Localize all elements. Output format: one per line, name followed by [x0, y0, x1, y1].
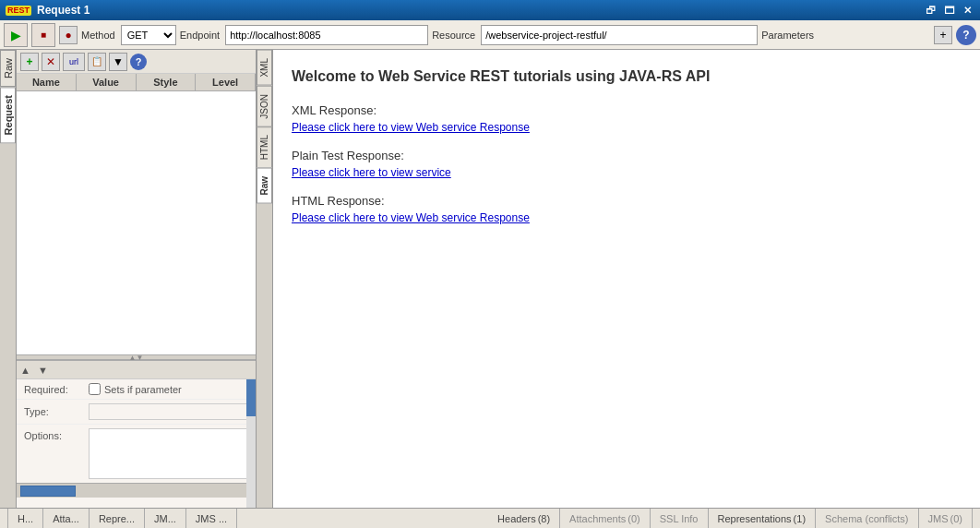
schema-tab[interactable]: Schema (conflicts) — [816, 509, 918, 529]
status-tab-atta-label: Atta... — [53, 513, 79, 524]
method-select[interactable]: GET POST PUT DELETE — [121, 25, 176, 45]
status-tab-repre-label: Repre... — [99, 513, 135, 524]
left-panel-help-button[interactable]: ? — [130, 54, 147, 70]
raw-response-tab[interactable]: Raw — [257, 168, 272, 204]
parameters-label: Parameters — [761, 30, 814, 41]
resource-label: Resource — [432, 30, 475, 41]
status-tab-h-label: H... — [18, 513, 33, 524]
right-tabs: XML JSON HTML Raw — [257, 50, 273, 508]
horizontal-scrollbar-thumb[interactable] — [20, 486, 76, 497]
response-title: Welcome to Web Service REST tutorials us… — [292, 68, 962, 85]
left-panel: + ✕ url 📋 ▼ ? Name Value Style Level — [17, 50, 257, 508]
title-bar-controls: 🗗 🗖 ✕ — [923, 5, 974, 17]
close-button[interactable]: ✕ — [960, 5, 974, 17]
left-panel-header: Name Value Style Level — [17, 74, 256, 91]
required-label: Required: — [24, 384, 89, 395]
ssl-tab-label: SSL Info — [660, 513, 699, 524]
window-title: Request 1 — [37, 4, 90, 17]
add-row-button[interactable]: + — [20, 53, 39, 71]
type-row: Type: — [17, 400, 256, 425]
html-tab[interactable]: HTML — [257, 126, 272, 168]
plain-response-section: Plain Test Response: Please click here t… — [292, 149, 962, 179]
type-label: Type: — [24, 406, 89, 417]
raw-side-tab[interactable]: Raw — [0, 50, 16, 87]
plain-response-label: Plain Test Response: — [292, 149, 962, 162]
xml-response-label: XML Response: — [292, 103, 962, 117]
app-logo: REST — [6, 6, 31, 16]
content-area: Raw Request + ✕ url 📋 ▼ ? Name Value Sty… — [0, 50, 980, 508]
main-toolbar: ▶ ■ ● Method GET POST PUT DELETE Endpoin… — [0, 20, 980, 50]
scrollbar-thumb[interactable] — [246, 379, 256, 416]
json-tab[interactable]: JSON — [257, 86, 272, 127]
status-tab-jms-label: JMS ... — [196, 513, 227, 524]
options-row: Options: — [17, 425, 256, 483]
status-tab-atta[interactable]: Atta... — [43, 509, 90, 529]
representations-tab-label: Representations — [718, 513, 792, 524]
title-bar-left: REST Request 1 — [6, 4, 90, 17]
left-panel-toolbar: + ✕ url 📋 ▼ ? — [17, 50, 256, 74]
request-side-tab[interactable]: Request — [0, 87, 16, 143]
col-style: Style — [137, 74, 197, 90]
schema-tab-label: Schema (conflicts) — [825, 513, 908, 524]
sets-if-param-label: Sets if parameter — [104, 384, 182, 395]
url-encode-button[interactable]: url — [63, 53, 85, 71]
status-tab-jms[interactable]: JMS ... — [186, 509, 237, 529]
endpoint-label: Endpoint — [180, 30, 220, 41]
attachments-tab-label: Attachments — [569, 513, 626, 524]
html-response-section: HTML Response: Please click here to view… — [292, 194, 962, 224]
xml-response-section: XML Response: Please click here to view … — [292, 103, 962, 134]
left-panel-bottom: ▲ ▼ Required: Sets if parameter Type: Op… — [17, 360, 256, 508]
xml-response-link[interactable]: Please click here to view Web service Re… — [292, 121, 530, 134]
xml-tab[interactable]: XML — [257, 50, 272, 86]
side-tabs: Raw Request — [0, 50, 17, 508]
right-scrollbar[interactable] — [246, 379, 256, 508]
headers-tab-label: Headers — [497, 513, 536, 524]
response-area: Welcome to Web Service REST tutorials us… — [273, 50, 980, 508]
status-bar: H... Atta... Repre... JM... JMS ... Head… — [0, 508, 980, 528]
representations-tab-count: (1) — [794, 513, 806, 524]
headers-tab[interactable]: Headers (8) — [488, 509, 560, 529]
status-tab-h[interactable]: H... — [7, 509, 43, 529]
html-response-link[interactable]: Please click here to view Web service Re… — [292, 211, 530, 224]
bottom-toolbar: ▲ ▼ — [17, 361, 256, 379]
representations-tab[interactable]: Representations (1) — [709, 509, 817, 529]
plain-response-link[interactable]: Please click here to view service — [292, 166, 451, 179]
play-button[interactable]: ▶ — [4, 23, 28, 47]
required-row: Required: Sets if parameter — [17, 379, 256, 400]
options-textarea[interactable] — [89, 428, 248, 479]
jms-tab[interactable]: JMS (0) — [919, 509, 973, 529]
arrow-down-button[interactable]: ▼ — [109, 53, 127, 71]
status-tab-jm-label: JM... — [154, 513, 176, 524]
col-name: Name — [17, 74, 77, 90]
stop-button[interactable]: ■ — [31, 23, 55, 47]
main-layout: Raw Request + ✕ url 📋 ▼ ? Name Value Sty… — [0, 50, 980, 528]
minimize-button[interactable]: 🗗 — [923, 5, 938, 17]
left-panel-content[interactable] — [17, 91, 256, 354]
required-checkbox[interactable] — [89, 383, 101, 395]
help-button[interactable]: ? — [956, 25, 976, 45]
html-response-label: HTML Response: — [292, 194, 962, 208]
ssl-tab[interactable]: SSL Info — [651, 509, 709, 529]
jms-tab-count: (0) — [950, 513, 962, 524]
resource-input[interactable] — [481, 25, 758, 45]
col-level: Level — [196, 74, 256, 90]
title-bar: REST Request 1 🗗 🗖 ✕ — [0, 0, 980, 20]
headers-tab-count: (8) — [538, 513, 550, 524]
jms-tab-label: JMS — [928, 513, 949, 524]
add-param-button[interactable]: + — [934, 26, 952, 44]
status-tab-jm[interactable]: JM... — [145, 509, 186, 529]
attachments-tab[interactable]: Attachments (0) — [560, 509, 651, 529]
col-value: Value — [77, 74, 137, 90]
record-button[interactable]: ● — [59, 26, 78, 44]
endpoint-input[interactable] — [225, 25, 428, 45]
status-tab-repre[interactable]: Repre... — [90, 509, 145, 529]
type-input[interactable] — [89, 403, 248, 420]
copy-button[interactable]: 📋 — [88, 53, 106, 71]
method-label: Method — [81, 30, 115, 41]
attachments-tab-count: (0) — [627, 513, 639, 524]
options-label: Options: — [24, 428, 89, 441]
maximize-button[interactable]: 🗖 — [941, 5, 956, 17]
bottom-scroll[interactable] — [17, 483, 256, 498]
remove-row-button[interactable]: ✕ — [42, 53, 60, 71]
